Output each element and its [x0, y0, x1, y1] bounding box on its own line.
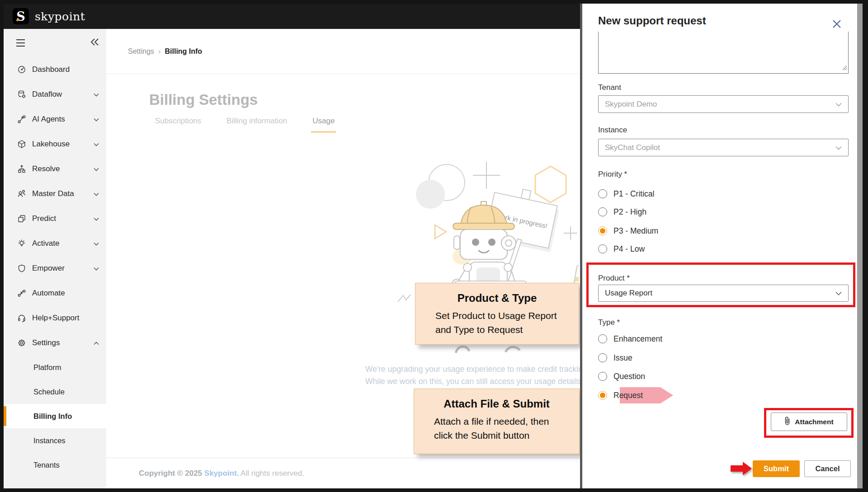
sidebar-subitem-billing-info[interactable]: Billing Info [4, 404, 106, 428]
billing-tabs: Subscriptions Billing information Usage [155, 117, 360, 126]
priority-radio-p2-high[interactable]: P2 - High [598, 205, 646, 219]
sidebar-item-help-support[interactable]: Help+Support [4, 305, 106, 330]
product-select[interactable]: Usage Report [598, 285, 849, 302]
sidebar-item-dashboard[interactable]: Dashboard [4, 57, 106, 82]
chevron-down-icon [94, 264, 99, 273]
chevron-down-icon [94, 115, 99, 124]
paperclip-icon [784, 417, 790, 427]
radio-icon [598, 334, 607, 343]
chevron-down-icon [835, 289, 842, 298]
instance-label: Instance [598, 126, 627, 135]
cube-icon [17, 140, 26, 149]
breadcrumb-separator-icon: › [158, 47, 161, 56]
tenant-select[interactable]: Skypoint Demo [598, 95, 849, 113]
tab-billing-information[interactable]: Billing information [226, 117, 287, 126]
annotation-body: Set Product to Usage Report and Type to … [415, 309, 579, 337]
radio-icon [598, 372, 607, 381]
database-icon [17, 90, 26, 99]
cancel-button[interactable]: Cancel [804, 460, 851, 477]
skypoint-logo[interactable]: S [13, 8, 29, 24]
radio-selected-icon [598, 391, 607, 400]
radio-icon [598, 189, 607, 198]
radio-icon [598, 207, 607, 216]
usage-upgrade-message: We're upgrading your usage experience to… [365, 363, 580, 388]
priority-radio-p4-low[interactable]: P4 - Low [598, 242, 645, 256]
submit-button[interactable]: Submit [753, 460, 800, 477]
chevron-down-icon [94, 239, 99, 248]
breadcrumb-settings[interactable]: Settings [128, 47, 154, 56]
sidebar-header [4, 29, 106, 57]
instance-select[interactable]: SkyChat Copilot [598, 139, 849, 156]
obscured-heading-fragment [452, 344, 529, 356]
radio-selected-icon [598, 226, 607, 235]
dashboard-icon [17, 65, 26, 74]
collapse-sidebar-icon[interactable] [90, 38, 99, 48]
breadcrumb-billing-info: Billing Info [165, 47, 202, 56]
org-chart-icon [17, 164, 26, 173]
sidebar-item-settings[interactable]: Settings [4, 330, 106, 355]
chevron-down-icon [835, 100, 842, 109]
footer-divider [106, 458, 580, 458]
app-screenshot: S skypoint Dashboard Dataflow AI Agents [0, 0, 868, 492]
annotation-title: Attach File & Submit [414, 398, 579, 410]
annotation-red-arrow-icon [731, 462, 752, 475]
type-radio-enhancement[interactable]: Enhancement [598, 332, 662, 346]
attachment-button[interactable]: Attachment [771, 412, 847, 431]
sidebar-item-dataflow[interactable]: Dataflow [4, 82, 106, 107]
annotation-title: Product & Type [415, 292, 579, 305]
sidebar-item-activate[interactable]: Activate [4, 231, 106, 256]
type-label: Type * [598, 318, 620, 327]
hamburger-menu-icon[interactable] [16, 39, 25, 47]
radio-icon [598, 244, 607, 253]
priority-radio-p1-critical[interactable]: P1 - Critical [598, 187, 654, 201]
people-icon [17, 189, 26, 198]
sidebar-item-master-data[interactable]: Master Data [4, 181, 106, 206]
priority-label: Priority * [598, 170, 627, 179]
gear-icon [17, 338, 26, 347]
sidebar-item-lakehouse[interactable]: Lakehouse [4, 131, 106, 156]
panel-title: New support request [598, 14, 706, 27]
annotation-attach-submit: Attach File & Submit Attach a file if ne… [414, 389, 580, 454]
tenant-label: Tenant [598, 83, 621, 92]
new-support-request-panel: New support request Tenant Skypoint Demo… [580, 4, 857, 488]
annotation-body: Attach a file if needed, then click the … [414, 414, 579, 442]
sidebar-subitem-tenants[interactable]: Tenants [4, 453, 106, 477]
radio-icon [598, 353, 607, 362]
sidebar-subitem-instances[interactable]: Instances [4, 428, 106, 453]
shield-icon [17, 264, 26, 273]
type-radio-request[interactable]: Request [598, 389, 643, 402]
logo-dot [16, 19, 19, 21]
product-label: Product * [598, 274, 630, 283]
top-bar: S skypoint [4, 4, 580, 29]
sidebar: Dashboard Dataflow AI Agents Lakehouse R… [4, 29, 106, 488]
sidebar-item-predict[interactable]: Predict [4, 206, 106, 231]
chevron-up-icon [94, 338, 99, 347]
priority-radio-p3-medium[interactable]: P3 - Medium [598, 224, 658, 238]
panel-scrollbar[interactable] [857, 4, 863, 488]
breadcrumb: Settings › Billing Info [106, 29, 580, 74]
sidebar-item-empower[interactable]: Empower [4, 256, 106, 281]
resize-grip-icon[interactable] [842, 64, 847, 72]
close-icon[interactable] [831, 18, 843, 30]
chevron-down-icon [94, 214, 99, 223]
headset-icon [17, 314, 26, 323]
tab-subscriptions[interactable]: Subscriptions [155, 117, 201, 126]
automation-icon [17, 289, 26, 298]
sidebar-subitem-schedule[interactable]: Schedule [4, 380, 106, 404]
chevron-down-icon [94, 164, 99, 173]
type-radio-question[interactable]: Question [598, 370, 645, 383]
sidebar-item-automate[interactable]: Automate [4, 281, 106, 305]
description-textarea[interactable] [598, 32, 849, 74]
sidebar-subitem-platform[interactable]: Platform [4, 355, 106, 380]
copyright-brand-link[interactable]: Skypoint. [204, 469, 239, 478]
sidebar-item-ai-agents[interactable]: AI Agents [4, 107, 106, 131]
overlapping-squares-icon [17, 214, 26, 223]
chevron-down-icon [94, 90, 99, 99]
main-content: Settings › Billing Info Billing Settings… [106, 29, 580, 488]
type-radio-issue[interactable]: Issue [598, 351, 632, 365]
tab-usage[interactable]: Usage [312, 117, 335, 126]
sidebar-item-resolve[interactable]: Resolve [4, 156, 106, 181]
chevron-down-icon [94, 189, 99, 198]
chevron-down-icon [835, 143, 842, 152]
copyright: Copyright © 2025 Skypoint. All rights re… [139, 469, 304, 478]
